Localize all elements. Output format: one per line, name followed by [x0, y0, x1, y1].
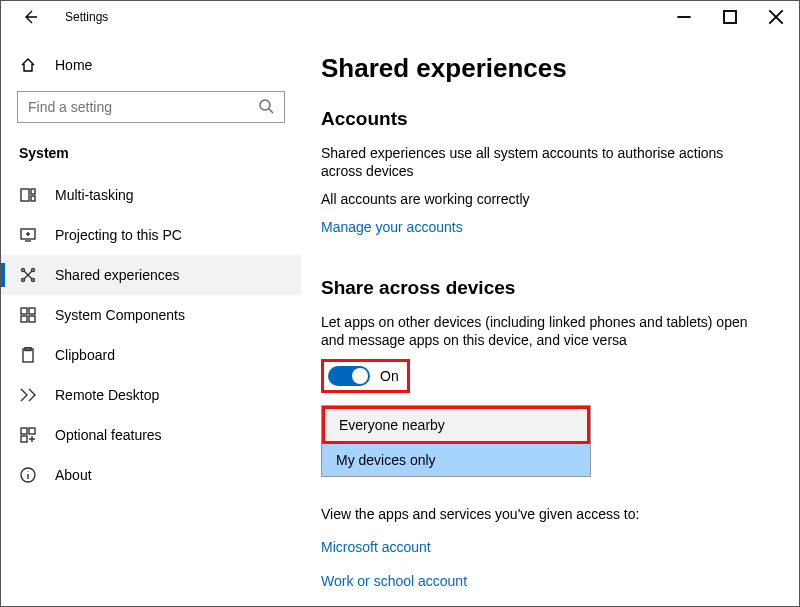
share-toggle[interactable]: [328, 366, 370, 386]
maximize-icon: [722, 9, 738, 25]
search-icon: [258, 98, 274, 117]
window-controls: [661, 2, 799, 32]
accounts-heading: Accounts: [321, 108, 759, 130]
access-desc: View the apps and services you've given …: [321, 505, 759, 523]
search-box[interactable]: [17, 91, 285, 123]
svg-rect-16: [21, 428, 27, 434]
back-button[interactable]: [15, 2, 45, 32]
close-icon: [768, 9, 784, 25]
search-input[interactable]: [28, 99, 258, 115]
manage-accounts-link[interactable]: Manage your accounts: [321, 219, 463, 235]
svg-rect-2: [21, 189, 29, 201]
svg-rect-11: [29, 308, 35, 314]
home-icon: [19, 57, 37, 73]
microsoft-account-link[interactable]: Microsoft account: [321, 539, 431, 555]
svg-rect-4: [31, 196, 35, 201]
svg-rect-18: [21, 436, 27, 442]
svg-rect-0: [724, 11, 736, 23]
nav-label: Projecting to this PC: [55, 227, 182, 243]
svg-rect-13: [29, 316, 35, 322]
svg-point-1: [260, 100, 270, 110]
maximize-button[interactable]: [707, 2, 753, 32]
nav-label: Shared experiences: [55, 267, 180, 283]
projecting-icon: [19, 227, 37, 243]
work-school-account-link[interactable]: Work or school account: [321, 573, 467, 589]
content-pane: Shared experiences Accounts Shared exper…: [301, 33, 799, 606]
share-toggle-row: On: [321, 359, 410, 393]
sidebar-item-system-components[interactable]: System Components: [1, 295, 301, 335]
sidebar-item-remote-desktop[interactable]: Remote Desktop: [1, 375, 301, 415]
sidebar-item-optional-features[interactable]: Optional features: [1, 415, 301, 455]
remote-desktop-icon: [19, 387, 37, 403]
minimize-icon: [676, 9, 692, 25]
sidebar-item-shared-experiences[interactable]: Shared experiences: [1, 255, 301, 295]
shared-experiences-icon: [19, 267, 37, 283]
minimize-button[interactable]: [661, 2, 707, 32]
toggle-label: On: [380, 368, 399, 384]
accounts-status: All accounts are working correctly: [321, 190, 759, 208]
arrow-left-icon: [22, 9, 38, 25]
nav-label: Clipboard: [55, 347, 115, 363]
page-title: Shared experiences: [321, 53, 759, 84]
dropdown-option-everyone-nearby[interactable]: Everyone nearby: [322, 406, 590, 444]
sidebar-home-label: Home: [55, 57, 92, 73]
components-icon: [19, 307, 37, 323]
sidebar: Home System Multi-tasking Projecting to …: [1, 33, 301, 606]
svg-rect-10: [21, 308, 27, 314]
toggle-knob: [352, 368, 368, 384]
nav-label: System Components: [55, 307, 185, 323]
nav-label: Optional features: [55, 427, 162, 443]
svg-rect-17: [29, 428, 35, 434]
multitasking-icon: [19, 187, 37, 203]
sidebar-item-clipboard[interactable]: Clipboard: [1, 335, 301, 375]
window-title: Settings: [65, 10, 108, 24]
nav-label: Remote Desktop: [55, 387, 159, 403]
sidebar-item-projecting[interactable]: Projecting to this PC: [1, 215, 301, 255]
dropdown-option-my-devices-only[interactable]: My devices only: [322, 444, 590, 476]
sidebar-home[interactable]: Home: [1, 45, 301, 85]
sidebar-item-multitasking[interactable]: Multi-tasking: [1, 175, 301, 215]
share-mode-dropdown[interactable]: Everyone nearby My devices only: [321, 405, 591, 477]
share-devices-desc: Let apps on other devices (including lin…: [321, 313, 759, 349]
nav-label: Multi-tasking: [55, 187, 134, 203]
accounts-desc: Shared experiences use all system accoun…: [321, 144, 759, 180]
optional-features-icon: [19, 427, 37, 443]
close-button[interactable]: [753, 2, 799, 32]
svg-rect-12: [21, 316, 27, 322]
clipboard-icon: [19, 347, 37, 363]
share-devices-heading: Share across devices: [321, 277, 759, 299]
about-icon: [19, 467, 37, 483]
titlebar: Settings: [1, 1, 799, 33]
sidebar-item-about[interactable]: About: [1, 455, 301, 495]
sidebar-category: System: [1, 141, 301, 175]
nav-label: About: [55, 467, 92, 483]
svg-rect-3: [31, 189, 35, 194]
